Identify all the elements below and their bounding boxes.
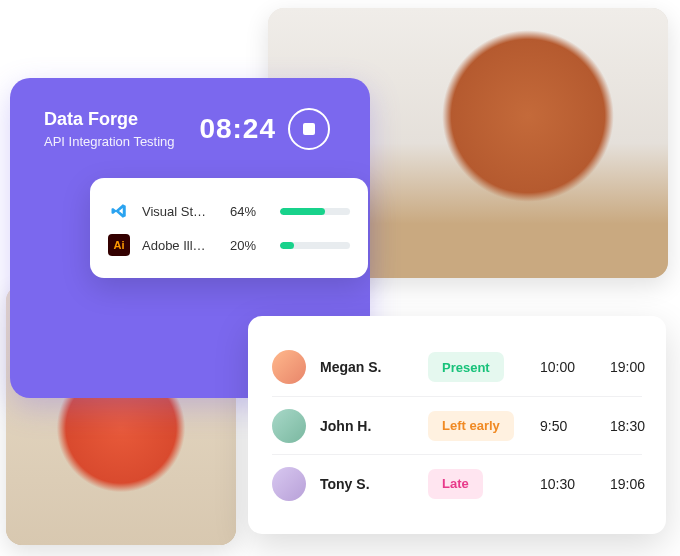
avatar <box>272 467 306 501</box>
progress-fill <box>280 208 325 215</box>
attendee-name: Megan S. <box>320 359 416 375</box>
avatar <box>272 350 306 384</box>
avatar <box>272 409 306 443</box>
apps-usage-card: Visual St… 64% Ai Adobe Ill… 20% <box>90 178 368 278</box>
app-name: Visual St… <box>142 204 220 219</box>
attendance-row: Megan S. Present 10:00 19:00 <box>272 338 642 396</box>
start-time: 10:00 <box>540 359 598 375</box>
timer-value: 08:24 <box>199 113 276 145</box>
timer-stop-button[interactable] <box>288 108 330 150</box>
app-name: Adobe Ill… <box>142 238 220 253</box>
status-badge: Present <box>428 352 504 382</box>
timer-card: Data Forge API Integration Testing 08:24 <box>22 88 352 174</box>
timer-title: Data Forge <box>44 109 187 130</box>
vscode-icon <box>108 200 130 222</box>
end-time: 19:06 <box>610 476 664 492</box>
attendee-name: Tony S. <box>320 476 416 492</box>
start-time: 10:30 <box>540 476 598 492</box>
attendance-row: John H. Left early 9:50 18:30 <box>272 396 642 454</box>
status-badge: Left early <box>428 411 514 441</box>
progress-track <box>280 208 350 215</box>
end-time: 19:00 <box>610 359 664 375</box>
attendance-card: Megan S. Present 10:00 19:00 John H. Lef… <box>248 316 666 534</box>
app-percent: 20% <box>230 238 270 253</box>
illustrator-icon: Ai <box>108 234 130 256</box>
end-time: 18:30 <box>610 418 664 434</box>
app-row: Ai Adobe Ill… 20% <box>108 228 350 262</box>
attendance-row: Tony S. Late 10:30 19:06 <box>272 454 642 512</box>
attendee-name: John H. <box>320 418 416 434</box>
app-row: Visual St… 64% <box>108 194 350 228</box>
status-badge: Late <box>428 469 483 499</box>
start-time: 9:50 <box>540 418 598 434</box>
timer-subtitle: API Integration Testing <box>44 134 187 149</box>
progress-track <box>280 242 350 249</box>
stop-icon <box>303 123 315 135</box>
progress-fill <box>280 242 294 249</box>
app-percent: 64% <box>230 204 270 219</box>
